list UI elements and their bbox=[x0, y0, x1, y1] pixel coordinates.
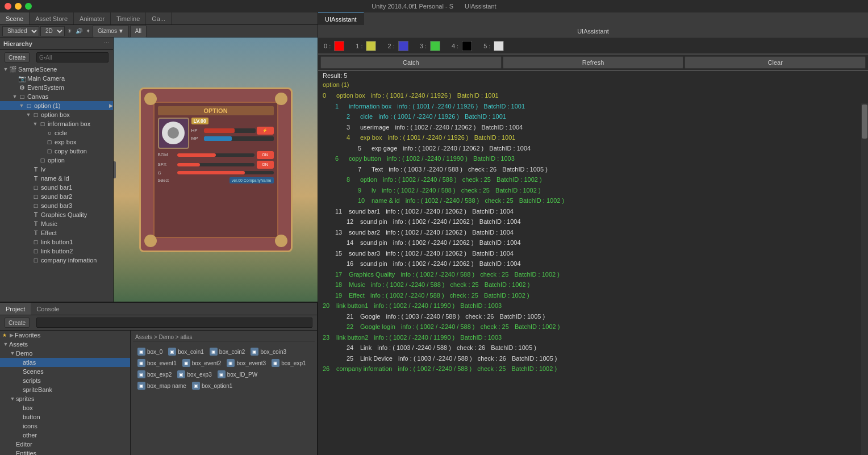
file-boxcoin1[interactable]: ▣ box_coin1 bbox=[166, 347, 206, 357]
tree-item-linkbtn2[interactable]: □ link button2 bbox=[0, 247, 113, 256]
refresh-button[interactable]: Refresh bbox=[503, 56, 684, 69]
file-boxcoin3[interactable]: ▣ box_coin3 bbox=[248, 347, 289, 357]
tab-animator[interactable]: Animator bbox=[74, 12, 111, 24]
file-boxoption1[interactable]: ▣ box_option1 bbox=[190, 381, 235, 391]
tree-item-lv[interactable]: T lv bbox=[0, 165, 113, 174]
hierarchy-search-input[interactable] bbox=[39, 55, 106, 61]
tree-item-optionbox[interactable]: ▼ □ option box bbox=[0, 110, 113, 119]
sfx-btn[interactable]: ON bbox=[257, 161, 274, 169]
tree-item-graphicsquality[interactable]: T Graphics Quality bbox=[0, 210, 113, 219]
tab-console[interactable]: Console bbox=[31, 303, 65, 315]
hierarchy-title: Hierarchy bbox=[3, 40, 32, 47]
hierarchy-create-button[interactable]: Create bbox=[5, 52, 30, 62]
color-box-2[interactable] bbox=[398, 41, 408, 51]
demo-arrow: ▼ bbox=[9, 350, 16, 357]
minimize-button[interactable] bbox=[15, 3, 22, 10]
tree-item-maincamera[interactable]: 📷 Main Camera bbox=[0, 74, 113, 83]
proj-label-spritebank: spriteBank bbox=[23, 386, 52, 393]
bgm-btn[interactable]: ON bbox=[257, 151, 274, 159]
tree-item-linkbtn1[interactable]: □ link button1 bbox=[0, 237, 113, 247]
proj-item-sprites[interactable]: ▼ sprites bbox=[0, 394, 130, 403]
tree-item-nameid[interactable]: T name & id bbox=[0, 174, 113, 183]
tab-timeline[interactable]: Timeline bbox=[111, 12, 146, 24]
maximize-button[interactable] bbox=[25, 3, 32, 10]
tree-item-soundbar3[interactable]: □ sound bar3 bbox=[0, 201, 113, 210]
catch-button[interactable]: Catch bbox=[320, 56, 502, 69]
file-boxexp3[interactable]: ▣ box_exp3 bbox=[175, 369, 214, 379]
file-name-boxcoin3: box_coin3 bbox=[260, 349, 286, 355]
proj-item-entities[interactable]: Entities bbox=[0, 449, 130, 455]
file-boxidpw[interactable]: ▣ box_ID_PW bbox=[215, 369, 260, 379]
window-controls[interactable] bbox=[5, 3, 32, 10]
log-line-0: 0 option box info : ( 1001 / -2240 / 119… bbox=[318, 90, 860, 101]
color-box-4[interactable] bbox=[462, 41, 472, 51]
color-box-3[interactable] bbox=[430, 41, 440, 51]
file-box0[interactable]: ▣ box_0 bbox=[135, 347, 165, 357]
proj-item-button[interactable]: button bbox=[0, 412, 130, 421]
tab-project[interactable]: Project bbox=[0, 303, 31, 315]
color-box-0[interactable] bbox=[334, 41, 344, 51]
card-avatar bbox=[158, 118, 189, 149]
tree-item-copybtn[interactable]: □ copy button bbox=[0, 147, 113, 156]
proj-item-demo[interactable]: ▼ Demo bbox=[0, 349, 130, 358]
tree-label-maincamera: Main Camera bbox=[27, 75, 65, 82]
tree-label-optionbox: option box bbox=[41, 111, 70, 118]
proj-item-scenes[interactable]: Scenes bbox=[0, 367, 130, 376]
optionbox-icon: □ bbox=[32, 111, 40, 119]
tab-game[interactable]: Ga... bbox=[146, 12, 172, 24]
file-icon-boxexp3: ▣ bbox=[177, 370, 185, 378]
proj-item-editor[interactable]: Editor bbox=[0, 440, 130, 449]
proj-item-other[interactable]: other bbox=[0, 431, 130, 440]
shaded-select[interactable]: Shaded bbox=[2, 26, 39, 36]
sb1-icon: □ bbox=[32, 183, 40, 191]
tab-asset-store[interactable]: Asset Store bbox=[30, 12, 74, 24]
hierarchy-header: Hierarchy ⋯ bbox=[0, 37, 113, 50]
log-line-22: 22 Google login info : ( 1002 / -2240 / … bbox=[318, 322, 860, 332]
result-scrollbar[interactable] bbox=[861, 103, 868, 455]
file-boxevent2[interactable]: ▣ box_event2 bbox=[180, 358, 224, 368]
tree-item-expbox[interactable]: □ exp box bbox=[0, 137, 113, 147]
tree-label-companyinfo: company infomation bbox=[41, 257, 97, 264]
tree-item-canvas[interactable]: ▼ □ Canvas bbox=[0, 92, 113, 101]
tree-item-music[interactable]: T Music bbox=[0, 219, 113, 228]
tree-item-effect[interactable]: T Effect bbox=[0, 228, 113, 237]
tab-scene[interactable]: Scene bbox=[0, 12, 30, 24]
tab-uiassistant[interactable]: UIAssistant bbox=[318, 12, 364, 25]
tree-item-samplescene[interactable]: ▼ 🎬 SampleScene bbox=[0, 65, 113, 74]
proj-item-spritebank[interactable]: spriteBank bbox=[0, 385, 130, 394]
log-line-8: 8 option info : ( 1002 / -2240 / 588 ) c… bbox=[318, 174, 860, 185]
tree-item-eventsystem[interactable]: ⚙ EventSystem bbox=[0, 83, 113, 92]
file-boxevent1[interactable]: ▣ box_event1 bbox=[135, 358, 179, 368]
mode-select[interactable]: 2D bbox=[40, 26, 65, 36]
resize-handle[interactable] bbox=[114, 161, 116, 178]
proj-item-icons[interactable]: icons bbox=[0, 421, 130, 431]
proj-item-atlas[interactable]: atlas bbox=[0, 358, 130, 367]
file-boxcoin2[interactable]: ▣ box_coin2 bbox=[207, 347, 248, 357]
file-boxexp2[interactable]: ▣ box_exp2 bbox=[135, 369, 174, 379]
stat-btn1[interactable]: ⚡ bbox=[257, 127, 274, 135]
tree-item-soundbar2[interactable]: □ sound bar2 bbox=[0, 192, 113, 201]
file-boxevent3[interactable]: ▣ box_event3 bbox=[224, 358, 268, 368]
close-button[interactable] bbox=[5, 3, 11, 10]
tree-item-infobox[interactable]: ▼ □ information box bbox=[0, 119, 113, 128]
scroll-thumb[interactable] bbox=[862, 105, 867, 139]
gizmos-button[interactable]: Gizmos ▼ bbox=[93, 25, 129, 37]
tree-item-soundbar1[interactable]: □ sound bar1 bbox=[0, 183, 113, 192]
project-create-button[interactable]: Create bbox=[5, 318, 30, 328]
all-button[interactable]: All bbox=[130, 25, 147, 37]
clear-button[interactable]: Clear bbox=[685, 56, 866, 69]
hierarchy-lock-icon[interactable]: ⋯ bbox=[103, 40, 110, 47]
project-search-input[interactable] bbox=[39, 320, 310, 326]
proj-item-scripts[interactable]: scripts bbox=[0, 376, 130, 385]
tree-item-companyinfo[interactable]: □ company infomation bbox=[0, 256, 113, 265]
tree-item-cicle[interactable]: ○ cicle bbox=[0, 128, 113, 137]
file-boxexp1[interactable]: ▣ box_exp1 bbox=[269, 358, 308, 368]
color-box-5[interactable] bbox=[494, 41, 504, 51]
proj-item-favorites[interactable]: ★ ▶ Favorites bbox=[0, 331, 130, 340]
proj-item-box[interactable]: box bbox=[0, 403, 130, 412]
file-boxmapname[interactable]: ▣ box_map name bbox=[135, 381, 189, 391]
tree-item-option1[interactable]: ▼ □ option (1) ▶ bbox=[0, 101, 113, 110]
proj-item-assets[interactable]: ▼ Assets bbox=[0, 340, 130, 349]
color-box-1[interactable] bbox=[366, 41, 376, 51]
tree-item-option[interactable]: □ option bbox=[0, 156, 113, 165]
